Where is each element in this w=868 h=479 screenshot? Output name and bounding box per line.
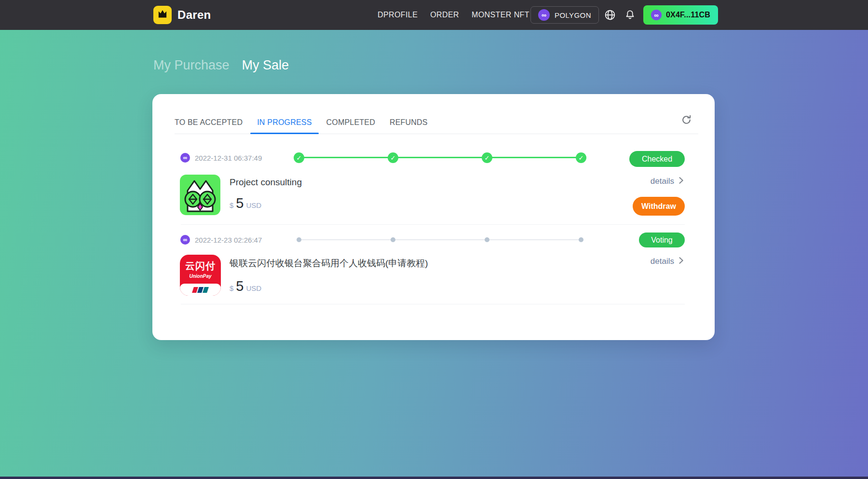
product-image-monster[interactable] (180, 175, 220, 215)
row-divider (181, 224, 685, 225)
currency-code: USD (246, 284, 261, 292)
refresh-icon[interactable] (680, 114, 692, 126)
withdraw-button[interactable]: Withdraw (633, 197, 685, 216)
order-timestamp: 2022-12-31 06:37:49 (195, 154, 262, 162)
nav-item-dprofile[interactable]: DPROFILE (378, 11, 418, 19)
currency-symbol: $ (230, 284, 233, 292)
network-selector[interactable]: POLYGON (530, 6, 599, 24)
step-pending-dot (485, 237, 489, 242)
order-title[interactable]: Project consulting (230, 177, 302, 188)
order-status-tabs: TO BE ACCEPTED IN PROGRESS COMPLETED REF… (175, 118, 698, 134)
step-check-icon (576, 152, 586, 163)
tab-completed[interactable]: COMPLETED (326, 118, 375, 127)
details-label: details (651, 257, 674, 266)
bell-icon[interactable] (624, 9, 637, 21)
currency-symbol: $ (230, 201, 233, 209)
step-check-icon (388, 152, 398, 163)
order-price: $ 5 USD (230, 195, 261, 211)
unionpay-flag (180, 284, 221, 296)
tab-refunds[interactable]: REFUNDS (390, 118, 428, 127)
order-timestamp: 2022-12-23 02:26:47 (195, 236, 262, 244)
step-pending-dot (579, 237, 583, 242)
purchase-sale-tabs: My Purchase My Sale (153, 58, 289, 73)
tab-my-purchase[interactable]: My Purchase (153, 58, 230, 73)
top-navigation-bar: Daren DPROFILE ORDER MONSTER NFT POLYGON… (0, 0, 868, 30)
tab-my-sale[interactable]: My Sale (242, 58, 289, 73)
details-link[interactable]: details (651, 176, 686, 187)
step-check-icon (294, 152, 304, 163)
polygon-icon (538, 9, 550, 21)
step-pending-dot (391, 237, 395, 242)
nav-item-monster-nft[interactable]: MONSTER NFT (472, 11, 529, 19)
globe-icon[interactable] (604, 9, 616, 21)
order-progress-stepper (294, 152, 586, 163)
crown-icon (156, 8, 169, 22)
price-amount: 5 (236, 195, 244, 211)
status-badge: Voting (639, 233, 685, 247)
details-link[interactable]: details (651, 256, 686, 267)
brand-logo[interactable] (153, 6, 172, 24)
product-image-unionpay[interactable]: 云闪付 UnionPay (180, 255, 221, 296)
bottom-edge-bar (0, 477, 868, 479)
price-amount: 5 (236, 278, 244, 294)
unionpay-icon-subtext: UnionPay (180, 274, 221, 279)
row-divider (181, 304, 685, 304)
order-price: $ 5 USD (230, 278, 261, 294)
chevron-right-icon (676, 176, 686, 187)
order-progress-stepper (294, 237, 586, 242)
status-badge: Checked (629, 151, 685, 167)
brand-name[interactable]: Daren (177, 0, 211, 30)
network-label: POLYGON (555, 11, 591, 19)
step-check-icon (482, 152, 492, 163)
step-pending-dot (297, 237, 301, 242)
orders-panel: TO BE ACCEPTED IN PROGRESS COMPLETED REF… (152, 94, 715, 340)
page-background: Daren DPROFILE ORDER MONSTER NFT POLYGON… (0, 0, 868, 479)
order-title[interactable]: 银联云闪付收银台聚合码用个人收钱码(申请教程) (230, 257, 428, 270)
progress-line (299, 157, 581, 158)
progress-line (299, 239, 581, 240)
polygon-icon (180, 235, 190, 245)
tab-in-progress[interactable]: IN PROGRESS (257, 118, 312, 127)
wallet-address-button[interactable]: 0X4F...11CB (643, 5, 718, 25)
details-label: details (651, 177, 674, 186)
polygon-icon (180, 153, 190, 163)
nav-item-order[interactable]: ORDER (430, 11, 459, 19)
top-nav-links: DPROFILE ORDER MONSTER NFT (378, 0, 529, 30)
polygon-icon (651, 10, 662, 20)
wallet-address: 0X4F...11CB (666, 11, 710, 19)
tab-to-be-accepted[interactable]: TO BE ACCEPTED (175, 118, 243, 127)
unionpay-icon-text: 云闪付 (180, 260, 221, 273)
currency-code: USD (246, 201, 261, 209)
chevron-right-icon (676, 256, 686, 267)
